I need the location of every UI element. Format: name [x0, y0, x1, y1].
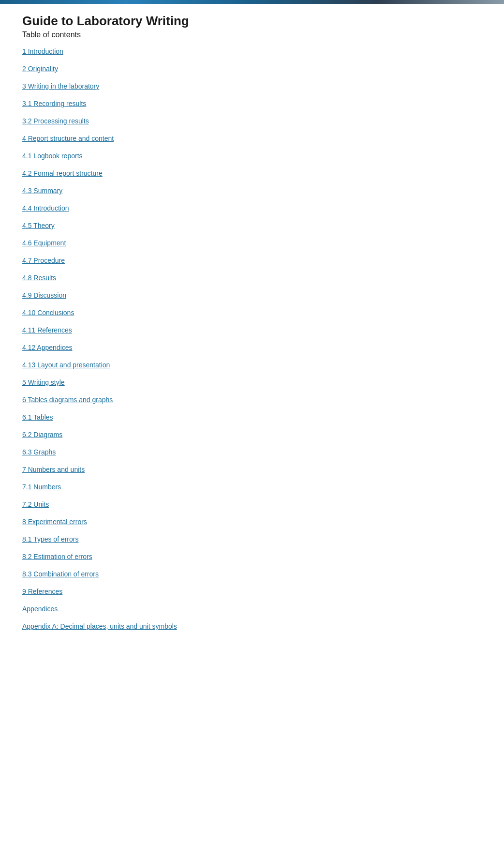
toc-link-toc-4-8[interactable]: 4.8 Results — [22, 274, 56, 282]
toc-item: 4.13 Layout and presentation — [22, 361, 482, 369]
toc-link-toc-1[interactable]: 1 Introduction — [22, 47, 63, 55]
toc-item: 7.2 Units — [22, 500, 482, 509]
toc-link-toc-7-1[interactable]: 7.1 Numbers — [22, 483, 61, 491]
toc-link-toc-3-2[interactable]: 3.2 Processing results — [22, 117, 89, 125]
toc-link-toc-9[interactable]: 9 References — [22, 588, 62, 595]
toc-link-toc-3[interactable]: 3 Writing in the laboratory — [22, 82, 99, 90]
toc-link-toc-appendices[interactable]: Appendices — [22, 605, 58, 613]
toc-item: 3 Writing in the laboratory — [22, 82, 482, 91]
toc-link-toc-4-9[interactable]: 4.9 Discussion — [22, 291, 66, 299]
toc-item: 6.2 Diagrams — [22, 430, 482, 439]
toc-link-toc-4-13[interactable]: 4.13 Layout and presentation — [22, 361, 110, 369]
toc-item: 4.1 Logbook reports — [22, 151, 482, 160]
toc-item: 2 Originality — [22, 64, 482, 73]
toc-link-toc-2[interactable]: 2 Originality — [22, 65, 58, 73]
main-content: Guide to Laboratory Writing Table of con… — [0, 4, 504, 659]
toc-link-toc-8-1[interactable]: 8.1 Types of errors — [22, 535, 78, 543]
toc-item: 4.11 References — [22, 326, 482, 334]
toc-item: 5 Writing style — [22, 378, 482, 387]
toc-link-toc-6-1[interactable]: 6.1 Tables — [22, 413, 53, 421]
toc-item: 3.1 Recording results — [22, 99, 482, 108]
toc-item: 6.1 Tables — [22, 413, 482, 422]
toc-link-toc-3-1[interactable]: 3.1 Recording results — [22, 100, 86, 107]
toc-link-toc-8[interactable]: 8 Experimental errors — [22, 518, 87, 526]
toc-item: 8 Experimental errors — [22, 517, 482, 526]
toc-link-toc-appendix-a[interactable]: Appendix A: Decimal places, units and un… — [22, 622, 177, 630]
toc-link-toc-7-2[interactable]: 7.2 Units — [22, 500, 49, 508]
toc-link-toc-4[interactable]: 4 Report structure and content — [22, 135, 114, 142]
toc-link-toc-7[interactable]: 7 Numbers and units — [22, 466, 85, 473]
toc-link-toc-4-11[interactable]: 4.11 References — [22, 326, 72, 334]
toc-item: 4.7 Procedure — [22, 256, 482, 265]
toc-link-toc-4-7[interactable]: 4.7 Procedure — [22, 257, 65, 264]
toc-link-toc-4-12[interactable]: 4.12 Appendices — [22, 344, 73, 351]
toc-item: 4.6 Equipment — [22, 239, 482, 247]
toc-item: 4.12 Appendices — [22, 343, 482, 352]
toc-label: Table of contents — [22, 30, 482, 39]
toc-item: 4.10 Conclusions — [22, 308, 482, 317]
toc-item: 6.3 Graphs — [22, 448, 482, 456]
toc-link-toc-4-1[interactable]: 4.1 Logbook reports — [22, 152, 83, 160]
toc-item: 4.5 Theory — [22, 221, 482, 230]
toc-link-toc-6-2[interactable]: 6.2 Diagrams — [22, 431, 62, 438]
toc-link-toc-8-2[interactable]: 8.2 Estimation of errors — [22, 553, 92, 560]
toc-item: 7 Numbers and units — [22, 465, 482, 474]
toc-item: 8.2 Estimation of errors — [22, 552, 482, 561]
toc-link-toc-6[interactable]: 6 Tables diagrams and graphs — [22, 396, 113, 404]
toc-link-toc-5[interactable]: 5 Writing style — [22, 378, 65, 386]
toc-link-toc-6-3[interactable]: 6.3 Graphs — [22, 448, 56, 456]
toc-link-toc-4-5[interactable]: 4.5 Theory — [22, 222, 55, 229]
toc-item: 6 Tables diagrams and graphs — [22, 395, 482, 404]
toc-item: Appendices — [22, 604, 482, 613]
toc-link-toc-4-4[interactable]: 4.4 Introduction — [22, 204, 69, 212]
toc-item: 4.4 Introduction — [22, 204, 482, 212]
toc-link-toc-4-3[interactable]: 4.3 Summary — [22, 187, 62, 195]
toc-item: Appendix A: Decimal places, units and un… — [22, 622, 482, 631]
toc-item: 1 Introduction — [22, 47, 482, 56]
header-image — [0, 0, 504, 4]
toc-item: 4.9 Discussion — [22, 291, 482, 300]
toc-item: 7.1 Numbers — [22, 483, 482, 491]
page-title: Guide to Laboratory Writing — [22, 14, 482, 29]
toc-item: 4.2 Formal report structure — [22, 169, 482, 178]
toc-link-toc-4-2[interactable]: 4.2 Formal report structure — [22, 169, 103, 177]
toc-item: 9 References — [22, 587, 482, 596]
toc-item: 3.2 Processing results — [22, 117, 482, 125]
toc-item: 4 Report structure and content — [22, 134, 482, 143]
toc-link-toc-4-6[interactable]: 4.6 Equipment — [22, 239, 66, 247]
toc-item: 4.3 Summary — [22, 186, 482, 195]
toc-link-toc-8-3[interactable]: 8.3 Combination of errors — [22, 570, 99, 578]
toc-list: 1 Introduction2 Originality3 Writing in … — [22, 47, 482, 631]
toc-item: 8.3 Combination of errors — [22, 570, 482, 578]
toc-link-toc-4-10[interactable]: 4.10 Conclusions — [22, 309, 74, 317]
toc-item: 8.1 Types of errors — [22, 535, 482, 544]
toc-item: 4.8 Results — [22, 273, 482, 282]
